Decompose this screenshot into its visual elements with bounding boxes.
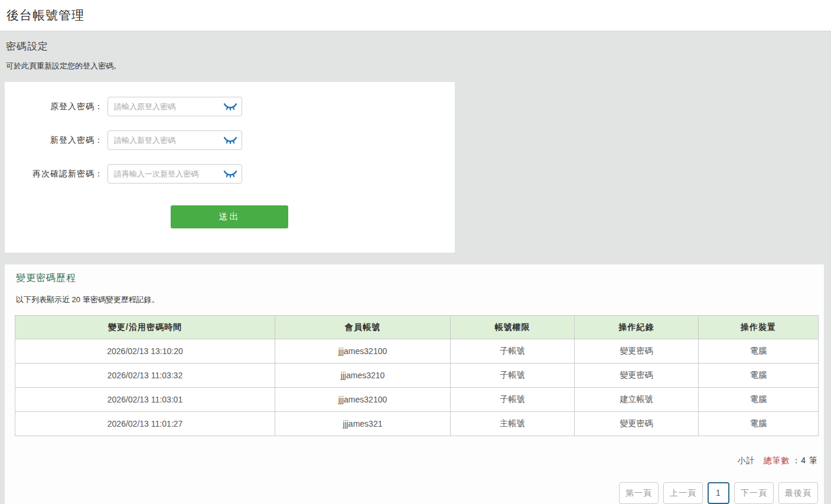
page-header: 後台帳號管理 — [0, 0, 831, 31]
pagination-prev-button[interactable]: 上一頁 — [663, 482, 703, 504]
header-operation-record: 操作紀錄 — [575, 316, 699, 339]
eye-closed-icon[interactable] — [223, 135, 237, 146]
eye-closed-icon[interactable] — [223, 169, 237, 179]
table-row: 2026/02/13 13:10:20 jjjames32100 子帳號 變更密… — [15, 339, 819, 364]
table-row: 2026/02/13 11:01:27 jjjames321 主帳號 變更密碼 … — [15, 412, 819, 436]
cell-member-account: jjjames32100 — [275, 388, 451, 412]
cell-member-account: jjjames3210 — [275, 364, 451, 388]
submit-button[interactable]: 送出 — [171, 205, 288, 228]
cell-operation-record: 變更密碼 — [575, 412, 699, 436]
header-change-time: 變更/沿用密碼時間 — [15, 316, 275, 339]
cell-operation-record: 變更密碼 — [575, 364, 699, 388]
history-section-description: 以下列表顯示近 20 筆密碼變更歷程記錄。 — [16, 294, 824, 305]
confirm-password-label: 再次確認新密碼： — [5, 169, 107, 179]
cell-change-time: 2026/02/13 11:01:27 — [15, 412, 275, 436]
pagination-last-button[interactable]: 最後頁 — [778, 482, 818, 504]
old-password-label: 原登入密碼： — [5, 102, 107, 112]
cell-member-account: jjjames32100 — [275, 339, 451, 364]
total-count-value: ：4 筆 — [792, 456, 818, 465]
history-section-heading: 變更密碼歷程 — [16, 272, 824, 284]
new-password-input[interactable] — [107, 130, 242, 150]
cell-change-time: 2026/02/13 13:10:20 — [15, 339, 275, 364]
pagination-next-button[interactable]: 下一頁 — [734, 482, 774, 504]
confirm-password-input[interactable] — [107, 164, 242, 184]
table-row: 2026/02/13 11:03:01 jjjames32100 子帳號 建立帳… — [15, 388, 819, 412]
old-password-input[interactable] — [107, 97, 242, 116]
cell-account-permission: 子帳號 — [451, 364, 575, 388]
pagination-current-page[interactable]: 1 — [708, 482, 729, 504]
form-row-confirm-password: 再次確認新密碼： — [5, 164, 455, 184]
pagination-first-button[interactable]: 第一頁 — [619, 482, 659, 504]
password-history-table: 變更/沿用密碼時間 會員帳號 帳號權限 操作紀錄 操作裝置 2026/02/13… — [15, 315, 819, 436]
new-password-label: 新登入密碼： — [5, 135, 107, 146]
cell-operation-record: 建立帳號 — [575, 388, 699, 412]
password-history-section: 變更密碼歷程 以下列表顯示近 20 筆密碼變更歷程記錄。 變更/沿用密碼時間 會… — [5, 264, 824, 504]
page-title: 後台帳號管理 — [6, 7, 824, 24]
cell-change-time: 2026/02/13 11:03:01 — [15, 388, 275, 412]
password-section-description: 可於此頁重新設定您的登入密碼。 — [6, 61, 831, 71]
eye-closed-icon[interactable] — [223, 102, 237, 112]
cell-operation-device: 電腦 — [699, 364, 819, 388]
cell-change-time: 2026/02/13 11:03:32 — [15, 364, 275, 388]
new-password-input-wrap — [107, 130, 242, 150]
password-settings-section: 密碼設定 可於此頁重新設定您的登入密碼。 原登入密碼： 新登入密碼： — [0, 40, 831, 253]
pagination: 第一頁 上一頁 1 下一頁 最後頁 — [5, 482, 818, 504]
table-row: 2026/02/13 11:03:32 jjjames3210 子帳號 變更密碼… — [15, 364, 819, 388]
password-section-heading: 密碼設定 — [6, 40, 831, 53]
header-operation-device: 操作裝置 — [699, 316, 819, 339]
form-row-new-password: 新登入密碼： — [5, 130, 455, 150]
form-row-old-password: 原登入密碼： — [5, 97, 455, 116]
header-account-permission: 帳號權限 — [451, 316, 575, 339]
cell-operation-record: 變更密碼 — [575, 339, 699, 364]
confirm-password-input-wrap — [107, 164, 242, 184]
cell-operation-device: 電腦 — [699, 412, 819, 436]
old-password-input-wrap — [107, 97, 242, 116]
password-form-card: 原登入密碼： 新登入密碼： — [5, 82, 455, 253]
cell-account-permission: 子帳號 — [451, 388, 575, 412]
table-header-row: 變更/沿用密碼時間 會員帳號 帳號權限 操作紀錄 操作裝置 — [15, 316, 819, 339]
cell-operation-device: 電腦 — [699, 339, 819, 364]
header-member-account: 會員帳號 — [275, 316, 451, 339]
cell-account-permission: 主帳號 — [451, 412, 575, 436]
cell-account-permission: 子帳號 — [451, 339, 575, 364]
cell-member-account: jjjames321 — [275, 412, 451, 436]
subtotal-label: 小計 — [738, 456, 755, 465]
total-count-label: 總筆數 — [763, 456, 790, 465]
record-summary: 小計 總筆數 ：4 筆 — [5, 456, 818, 466]
cell-operation-device: 電腦 — [699, 388, 819, 412]
